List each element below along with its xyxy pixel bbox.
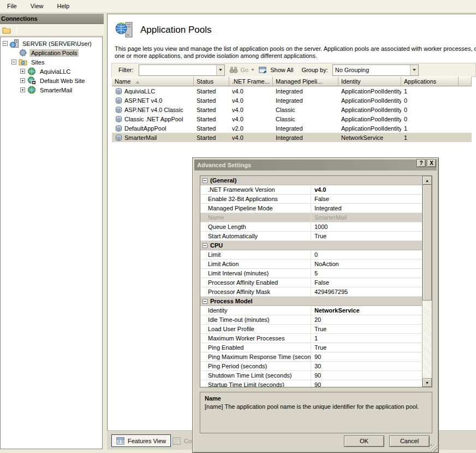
collapse-icon[interactable]: −	[203, 243, 207, 248]
show-all-button[interactable]: Show All	[259, 66, 293, 74]
filter-dropdown-button[interactable]	[216, 65, 224, 75]
grid-row-ping-maximum-response-time-seconc[interactable]: Ping Maximum Response Time (seconc90	[200, 352, 423, 362]
property-value[interactable]: NoAction	[311, 260, 423, 268]
tree-item-label: Sites	[29, 58, 46, 66]
grid-row-limit[interactable]: Limit0	[200, 250, 423, 260]
save-connections-folder-icon[interactable]	[2, 26, 11, 35]
collapse-icon[interactable]: −	[11, 60, 16, 64]
grid-row-managed-pipeline-mode[interactable]: Managed Pipeline ModeIntegrated	[200, 204, 423, 213]
property-grid-scrollbar[interactable]: ▲ ▼	[422, 176, 432, 387]
column-header-applications[interactable]: Applications	[401, 77, 459, 86]
grid-row-identity[interactable]: IdentityNetworkService	[200, 306, 423, 315]
expand-icon[interactable]: +	[20, 69, 25, 74]
site-globe-icon	[27, 67, 37, 76]
dialog-help-button[interactable]: ?	[416, 159, 426, 167]
dialog-close-button[interactable]: X	[427, 159, 436, 167]
cell-identity: ApplicationPoolIdentity	[338, 116, 401, 122]
grid-row-processor-affinity-mask[interactable]: Processor Affinity Mask4294967295	[200, 287, 423, 297]
column-header-net-frame[interactable]: .NET Frame...	[229, 77, 273, 86]
cell-applications: 1	[401, 125, 459, 132]
table-row-classic-net-apppool[interactable]: Classic .NET AppPoolStartedv4.0ClassicAp…	[112, 114, 472, 123]
group-by-dropdown-button[interactable]	[410, 65, 418, 75]
grid-row-limit-interval-minutes[interactable]: Limit Interval (minutes)5	[200, 269, 423, 278]
property-value[interactable]: True	[311, 325, 423, 333]
grid-row-startup-time-limit-seconds[interactable]: Startup Time Limit (seconds)90	[200, 380, 423, 387]
grid-row-queue-length[interactable]: Queue Length1000	[200, 222, 423, 232]
tree-item-application-pools[interactable]: Application Pools	[1, 48, 102, 57]
column-header-name[interactable]: Name	[112, 77, 194, 86]
column-header-managed-pipeli[interactable]: Managed Pipeli...	[273, 77, 338, 86]
table-row-smartermail[interactable]: SmarterMailStartedv4.0IntegratedNetworkS…	[112, 133, 472, 142]
property-value[interactable]: 4294967295	[311, 287, 423, 296]
tree-item-smartermail[interactable]: +SmarterMail	[1, 85, 102, 95]
property-value[interactable]: 20	[311, 315, 423, 324]
grid-row-net-framework-version[interactable]: .NET Framework Versionv4.0	[200, 185, 423, 195]
grid-row-limit-action[interactable]: Limit ActionNoAction	[200, 260, 423, 269]
grid-row-shutdown-time-limit-seconds[interactable]: Shutdown Time Limit (seconds)90	[200, 371, 423, 380]
go-button[interactable]: Go	[229, 66, 249, 74]
table-row-aquiviallc[interactable]: AquiviaLLCStartedv4.0IntegratedApplicati…	[112, 86, 472, 96]
property-label: Ping Maximum Response Time (seconc	[200, 352, 311, 361]
dialog-title-bar[interactable]: Advanced Settings	[194, 160, 437, 170]
tree-item-sites[interactable]: −Sites	[1, 57, 102, 67]
property-value[interactable]: NetworkService	[311, 306, 423, 315]
go-options-button[interactable]	[251, 69, 254, 71]
grid-section-process-model[interactable]: −Process Model	[200, 297, 423, 306]
property-value[interactable]: 90	[311, 380, 423, 387]
grid-row-name[interactable]: NameSmarterMail	[200, 213, 423, 222]
property-value[interactable]: v4.0	[311, 185, 423, 194]
tree-item-server-server-user[interactable]: −SERVER (SERVER\User)	[1, 39, 102, 48]
table-row-defaultapppool[interactable]: DefaultAppPoolStartedv2.0IntegratedAppli…	[112, 123, 472, 133]
resize-grip-icon[interactable]	[430, 444, 437, 451]
property-value[interactable]: False	[311, 195, 423, 203]
expand-icon[interactable]: +	[20, 78, 25, 83]
property-value[interactable]: Integrated	[311, 204, 423, 213]
filter-input[interactable]	[139, 64, 225, 76]
tab-features-view[interactable]: Features View	[111, 434, 171, 447]
grid-row-ping-period-seconds[interactable]: Ping Period (seconds)30	[200, 362, 423, 371]
grid-section-cpu[interactable]: −CPU	[200, 241, 423, 250]
scroll-down-button[interactable]: ▼	[423, 378, 432, 387]
property-value[interactable]: 1	[311, 334, 423, 343]
menu-help[interactable]: Help	[51, 0, 76, 11]
property-value[interactable]: 90	[311, 371, 423, 380]
grid-row-maximum-worker-processes[interactable]: Maximum Worker Processes1	[200, 334, 423, 343]
property-value[interactable]: 90	[311, 352, 423, 361]
menu-view[interactable]: View	[25, 0, 50, 11]
property-value[interactable]: 30	[311, 362, 423, 370]
property-value[interactable]: 5	[311, 269, 423, 278]
property-value[interactable]: False	[311, 278, 423, 287]
table-row-asp-net-v4-0-classic[interactable]: ASP.NET v4.0 ClassicStartedv4.0ClassicAp…	[112, 105, 472, 114]
menu-file[interactable]: File	[1, 0, 23, 11]
group-by-select[interactable]: No Grouping	[332, 64, 419, 76]
expand-icon[interactable]: +	[20, 87, 25, 92]
property-value[interactable]: True	[311, 232, 423, 240]
group-by-value: No Grouping	[333, 67, 410, 73]
collapse-icon[interactable]: −	[203, 299, 207, 304]
scroll-up-button[interactable]: ▲	[423, 176, 432, 185]
app-pool-row-icon	[115, 134, 123, 142]
property-value[interactable]: 0	[311, 250, 423, 259]
property-value[interactable]: SmarterMail	[311, 213, 423, 222]
column-header-identity[interactable]: Identity	[338, 77, 401, 86]
grid-row-start-automatically[interactable]: Start AutomaticallyTrue	[200, 232, 423, 241]
collapse-icon[interactable]: −	[3, 41, 8, 46]
tree-item-default-web-site[interactable]: +Default Web Site	[1, 76, 102, 85]
collapse-icon[interactable]: −	[203, 178, 207, 183]
property-value[interactable]: 1000	[311, 222, 423, 231]
table-row-asp-net-v4-0[interactable]: ASP.NET v4.0Startedv4.0IntegratedApplica…	[112, 96, 472, 105]
grid-row-enable-32-bit-applications[interactable]: Enable 32-Bit ApplicationsFalse	[200, 195, 423, 204]
grid-row-load-user-profile[interactable]: Load User ProfileTrue	[200, 325, 423, 334]
app-pools-icon	[19, 49, 28, 57]
grid-section-general[interactable]: −(General)	[200, 176, 423, 185]
cancel-button[interactable]: Cancel	[389, 436, 430, 447]
grid-row-processor-affinity-enabled[interactable]: Processor Affinity EnabledFalse	[200, 278, 423, 287]
property-grid-rows: −(General).NET Framework Versionv4.0Enab…	[200, 176, 423, 387]
ok-button[interactable]: OK	[344, 436, 384, 447]
column-header-status[interactable]: Status	[194, 77, 229, 86]
property-value[interactable]: True	[311, 343, 423, 352]
tree-item-aquiviallc[interactable]: +AquiviaLLC	[1, 67, 102, 76]
grid-row-ping-enabled[interactable]: Ping EnabledTrue	[200, 343, 423, 352]
scrollbar-thumb[interactable]	[423, 185, 432, 301]
grid-row-idle-time-out-minutes[interactable]: Idle Time-out (minutes)20	[200, 315, 423, 325]
